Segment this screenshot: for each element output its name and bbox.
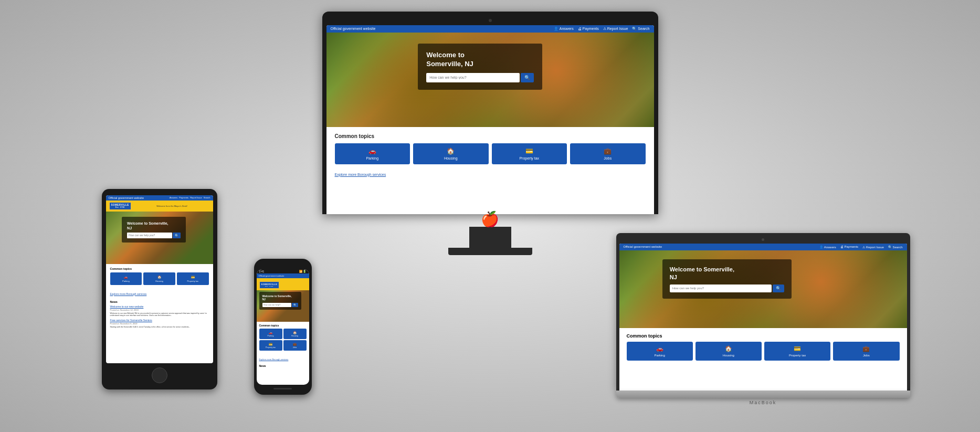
phone-topbar: Official government website — [257, 273, 309, 278]
explore-link[interactable]: Explore more Borough services — [335, 173, 386, 176]
jobs-icon: 💼 — [604, 147, 612, 155]
tablet-propertytax-label: Property tax — [187, 280, 198, 282]
property-tax-label: Property tax — [519, 156, 539, 160]
laptop-search-link[interactable]: 🔍 Search — [888, 245, 903, 249]
laptop-topbar: Official government website 👤 Answers 🖨 … — [619, 244, 907, 250]
phone-parking-label: Parking — [268, 335, 274, 337]
jobs-button[interactable]: 💼 Jobs — [570, 143, 646, 164]
phone-topics-title: Common topics — [259, 324, 307, 327]
phone-explore-link[interactable]: Explore more Borough services — [259, 358, 289, 361]
tablet-explore-link[interactable]: Explore more Borough services — [110, 292, 147, 296]
phone-search-input[interactable] — [262, 303, 291, 307]
answers-link[interactable]: 👤 Answers — [554, 27, 573, 31]
search-button[interactable]: 🔍 — [521, 73, 534, 82]
laptop-topbar-links: 👤 Answers 🖨 Payments ⚠ Report Issue 🔍 Se… — [819, 245, 902, 249]
tablet-propertytax-btn[interactable]: 💳 Property tax — [177, 272, 209, 285]
tablet-parking-btn[interactable]: 🚗 Parking — [110, 272, 142, 285]
laptop-parking-btn[interactable]: 🚗 Parking — [627, 342, 693, 361]
phone-status-bar: 2:41 📶 🔋 — [257, 269, 309, 273]
laptop-search-btn[interactable]: 🔍 — [773, 285, 784, 292]
laptop-housing-label: Housing — [723, 354, 734, 357]
phone-status-icons: 📶 🔋 — [299, 270, 306, 273]
phone-propertytax-icon: 💳 — [269, 342, 272, 346]
tablet-hero: Welcome to Somerville,NJ 🔍 — [106, 212, 213, 264]
phone-parking-btn[interactable]: 🚗 Parking — [259, 329, 282, 339]
news-item-2-text: Starting with the Somerville G.A.S. even… — [110, 326, 209, 329]
phone-frame: 2:41 📶 🔋 Official government website SOM… — [254, 259, 312, 395]
payments-link[interactable]: 🖨 Payments — [578, 27, 599, 31]
news-item-1-date: Posted on November 12, 2019 — [110, 309, 209, 311]
tablet-hero-overlay: Welcome to Somerville,NJ 🔍 — [122, 217, 186, 243]
tablet-search-input[interactable] — [127, 233, 172, 238]
phone-propertytax-btn[interactable]: 💳 Property tax — [259, 340, 282, 351]
phone-home-indicator[interactable] — [273, 388, 292, 389]
tablet-topics: 🚗 Parking 🏠 Housing 💳 Property tax — [110, 272, 209, 285]
site-topbar: Official government website 👤 Answers 🖨 … — [326, 25, 654, 33]
laptop-hero-title: Welcome to Somerville,NJ — [670, 266, 785, 281]
desktop-monitor: Official government website 👤 Answers 🖨 … — [322, 12, 658, 255]
news-item-1-title[interactable]: Welcome to our new website — [110, 305, 209, 308]
phone-search-btn[interactable]: 🔍 — [292, 303, 298, 307]
laptop-propertytax-icon: 💳 — [794, 345, 801, 352]
monitor-camera — [489, 19, 492, 22]
macbook-label: MacBook — [616, 400, 910, 405]
hero-search-form[interactable]: 🔍 — [426, 73, 534, 82]
housing-label: Housing — [444, 156, 458, 160]
phone-housing-btn[interactable]: 🏠 Housing — [283, 329, 307, 339]
report-issue-link[interactable]: ⚠ Report Issue — [603, 27, 628, 31]
main-content: Common topics 🚗 Parking 🏠 Housing 💳 P — [326, 127, 654, 184]
laptop-search-form[interactable]: 🔍 — [670, 285, 785, 292]
phone-screen: 2:41 📶 🔋 Official government website SOM… — [257, 269, 309, 385]
laptop-housing-icon: 🏠 — [725, 345, 732, 352]
phone-hero-title: Welcome to Somerville,NJ — [262, 294, 298, 301]
laptop-parking-icon: 🚗 — [656, 345, 663, 352]
tablet-logo-bar: SOMERVILLE Est. 1798 Welcome from the Ma… — [106, 201, 213, 212]
tablet-search-form[interactable]: 🔍 — [127, 233, 181, 238]
laptop-jobs-label: Jobs — [863, 354, 870, 357]
property-tax-button[interactable]: 💳 Property tax — [492, 143, 567, 164]
phone-device: 2:41 📶 🔋 Official government website SOM… — [254, 259, 312, 395]
laptop-answers-link[interactable]: 👤 Answers — [819, 245, 836, 249]
news-item-1-text: Welcome to our new Website! We're very e… — [110, 312, 209, 317]
laptop-official-label: Official government website — [624, 245, 662, 248]
laptop-jobs-btn[interactable]: 💼 Jobs — [833, 342, 899, 361]
tablet-propertytax-icon: 💳 — [191, 275, 195, 279]
search-input[interactable] — [426, 73, 520, 82]
phone-jobs-icon: 💼 — [293, 342, 297, 346]
laptop-report-link[interactable]: ⚠ Report Issue — [862, 245, 884, 249]
laptop-payments-link[interactable]: 🖨 Payments — [840, 245, 858, 249]
tablet-official-label: Official government website — [109, 196, 144, 199]
parking-button[interactable]: 🚗 Parking — [335, 143, 410, 164]
banner-text: Welcome from the Mayor's Desk! — [134, 205, 210, 207]
laptop-search-input[interactable] — [670, 285, 772, 292]
phone-official-label: Official government website — [259, 275, 284, 277]
phone-notch — [272, 264, 293, 268]
tablet-search-btn[interactable]: 🔍 — [173, 233, 181, 238]
phone-jobs-label: Jobs — [293, 346, 297, 349]
laptop-housing-btn[interactable]: 🏠 Housing — [696, 342, 762, 361]
phone-search-form[interactable]: 🔍 — [262, 303, 298, 307]
phone-content: Common topics 🚗 Parking 🏠 Housing 💳 P — [257, 322, 309, 371]
phone-housing-label: Housing — [291, 335, 298, 337]
laptop-propertytax-btn[interactable]: 💳 Property tax — [764, 342, 830, 361]
news-item-2-title[interactable]: Free services for Somerville Seniors — [110, 319, 209, 322]
tablet-housing-btn[interactable]: 🏠 Housing — [143, 272, 175, 285]
tablet-housing-icon: 🏠 — [157, 275, 161, 279]
phone-jobs-btn[interactable]: 💼 Jobs — [283, 340, 307, 351]
tablet-device: Official government website Answers Paym… — [102, 189, 217, 389]
parking-icon: 🚗 — [368, 147, 376, 155]
phone-news-section: News — [259, 364, 307, 367]
phone-housing-icon: 🏠 — [293, 331, 297, 334]
hero-overlay: Welcome to Somerville, NJ 🔍 — [418, 44, 542, 90]
hero-section: Welcome to Somerville, NJ 🔍 — [326, 33, 654, 127]
phone-parking-icon: 🚗 — [269, 331, 272, 334]
housing-button[interactable]: 🏠 Housing — [413, 143, 489, 164]
news-section: News Welcome to our new website Posted o… — [110, 300, 209, 329]
tablet-frame: Official government website Answers Paym… — [102, 189, 217, 389]
search-link[interactable]: 🔍 Search — [632, 27, 649, 31]
monitor-stand-base — [448, 248, 532, 255]
laptop-topics: 🚗 Parking 🏠 Housing 💳 Property tax — [627, 342, 900, 361]
tablet-home-button[interactable] — [152, 367, 167, 383]
laptop-base — [616, 391, 910, 398]
phone-logo: SOMERVILLE Est. 1798 — [259, 281, 280, 289]
